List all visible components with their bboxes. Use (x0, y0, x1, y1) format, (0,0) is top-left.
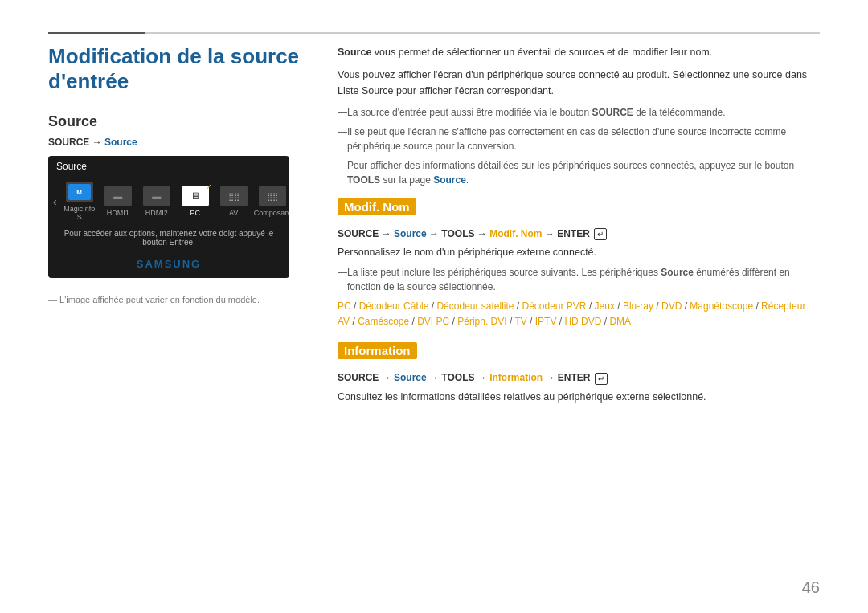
source-icons-row: ‹ M MagicInfo S ▬ HDMI1 (48, 177, 289, 226)
modif-nom-title: Modif. Nom (338, 198, 416, 215)
source-item-av[interactable]: ⣿⣿ AV (216, 186, 252, 217)
enter-icon-2: ↵ (595, 373, 608, 385)
device-list: PC / Décodeur Câble / Décodeur satellite… (338, 299, 820, 329)
source-item-hdmi1[interactable]: ▬ HDMI1 (100, 186, 136, 217)
modif-nom-nav: SOURCE → Source → TOOLS → Modif. Nom → E… (338, 228, 820, 240)
source-preview: Source ‹ M MagicInfo S ▬ HDMI1 (48, 156, 289, 278)
top-accent-line (48, 32, 145, 34)
page-container: Modification de la source d'entrée Sourc… (48, 44, 820, 581)
intro-text-1: Source vous permet de sélectionner un év… (338, 44, 820, 60)
bullet-2: Il se peut que l'écran ne s'affiche pas … (338, 125, 820, 153)
page-number: 46 (802, 578, 820, 597)
source-preview-header: Source (48, 156, 289, 177)
information-section: Information (338, 342, 820, 366)
source-label-magicinfo: MagicInfo S (62, 205, 97, 221)
source-item-composant[interactable]: ⣿⣿ Composant (255, 186, 289, 217)
nav-path: SOURCE → Source (48, 137, 305, 148)
section-title: Source (48, 113, 305, 130)
source-label-hdmi2: HDMI2 (145, 209, 168, 217)
left-column: Modification de la source d'entrée Sourc… (48, 44, 305, 581)
intro-text-1-rest: vous permet de sélectionner un éventail … (371, 47, 712, 58)
nav-source-link: Source (104, 137, 137, 148)
enter-icon-1: ↵ (594, 228, 607, 240)
source-label-av: AV (229, 209, 238, 217)
source-hint: Pour accéder aux options, maintenez votr… (48, 226, 289, 253)
source-label-composant: Composant (254, 209, 289, 217)
left-arrow-icon[interactable]: ‹ (51, 195, 59, 208)
page-title: Modification de la source d'entrée (48, 44, 305, 94)
footnote: L'image affichée peut varier en fonction… (48, 295, 305, 304)
right-column: Source vous permet de sélectionner un év… (338, 44, 820, 581)
modif-nom-bullet: La liste peut inclure les périphériques … (338, 265, 820, 294)
source-item-magicinfo[interactable]: M MagicInfo S (62, 182, 97, 221)
footnote-divider (48, 288, 177, 288)
information-nav: SOURCE → Source → TOOLS → Information → … (338, 372, 820, 384)
modif-nom-section: Modif. Nom (338, 198, 820, 222)
top-divider (48, 32, 820, 34)
source-item-hdmi2[interactable]: ▬ HDMI2 (139, 186, 174, 217)
nav-source-bold: SOURCE → (48, 137, 104, 148)
intro-text-2: Vous pouvez afficher l'écran d'un périph… (338, 67, 820, 99)
bullet-3: Pour afficher des informations détaillée… (338, 158, 820, 187)
samsung-logo: SAMSUNG (48, 253, 289, 278)
intro-bold-source: Source (338, 47, 371, 58)
modif-nom-desc: Personnalisez le nom d'un périphérique e… (338, 245, 820, 260)
information-desc: Consultez les informations détaillées re… (338, 390, 820, 405)
source-item-pc[interactable]: ✓ 🖥 PC (178, 186, 213, 217)
source-label-pc: PC (190, 209, 200, 217)
information-title: Information (338, 342, 417, 359)
source-label-hdmi1: HDMI1 (107, 209, 129, 217)
bullet-1: La source d'entrée peut aussi être modif… (338, 105, 820, 120)
